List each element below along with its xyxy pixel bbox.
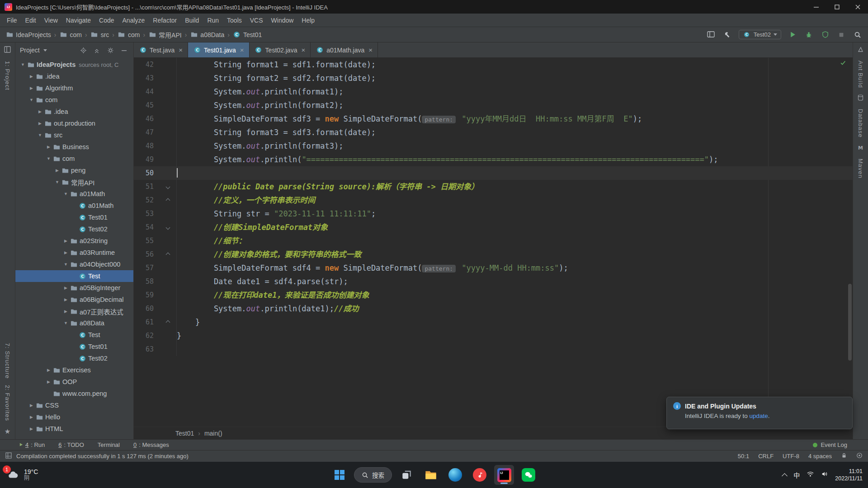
tree-collapsed-arrow[interactable]: ▶ bbox=[28, 427, 35, 431]
taskbar-clock[interactable]: 11:01 2022/11/11 bbox=[835, 468, 863, 483]
tab-close-icon[interactable]: × bbox=[368, 46, 373, 54]
menu-item-window[interactable]: Window bbox=[267, 14, 298, 27]
readonly-lock-icon[interactable] bbox=[841, 452, 847, 460]
tree-expanded-arrow[interactable]: ▼ bbox=[62, 192, 70, 196]
tray-chevron-icon[interactable] bbox=[782, 473, 788, 479]
tree-item-CSS[interactable]: ▶CSS bbox=[15, 399, 133, 411]
taskbar-app-task-view[interactable] bbox=[396, 465, 416, 485]
tree-item-a02String[interactable]: ▶a02String bbox=[15, 235, 133, 247]
favorites-star-icon[interactable]: ★ bbox=[5, 427, 10, 436]
tree-item-a03Runtime[interactable]: ▶a03Runtime bbox=[15, 247, 133, 258]
tree-collapsed-arrow[interactable]: ▶ bbox=[53, 168, 61, 173]
toolwindow-toggle-icon[interactable] bbox=[5, 452, 12, 460]
code-line-49[interactable]: 49 System.out.println("=================… bbox=[134, 153, 853, 166]
tree-item-Business[interactable]: ▶Business bbox=[15, 141, 133, 153]
tree-item-a01Math[interactable]: ▼a01Math bbox=[15, 188, 133, 200]
tree-collapsed-arrow[interactable]: ▶ bbox=[36, 121, 44, 126]
code-line-42[interactable]: 42 String format1 = sdf1.format(date); bbox=[134, 58, 853, 71]
menu-item-code[interactable]: Code bbox=[95, 14, 118, 27]
close-button[interactable] bbox=[847, 0, 868, 14]
tree-item-com[interactable]: ▼com bbox=[15, 94, 133, 106]
breadcrumb-item[interactable]: com bbox=[60, 31, 82, 38]
toolwindow-button-terminal[interactable]: Terminal bbox=[98, 441, 120, 448]
toolwindow-button-run[interactable]: 4: Run bbox=[19, 441, 45, 448]
tree-item-a06BigDecimal[interactable]: ▶a06BigDecimal bbox=[15, 294, 133, 305]
tree-item-Test01[interactable]: CTest01 bbox=[15, 341, 133, 352]
tree-expanded-arrow[interactable]: ▼ bbox=[62, 321, 70, 325]
taskbar-search-box[interactable]: 搜索 bbox=[354, 467, 392, 483]
breadcrumb-item[interactable]: 常用API bbox=[148, 30, 182, 39]
tree-collapsed-arrow[interactable]: ▶ bbox=[62, 309, 70, 314]
taskbar-app-intellij[interactable]: IJ bbox=[494, 465, 514, 485]
breadcrumb-class[interactable]: Test01 bbox=[175, 430, 194, 437]
code-line-43[interactable]: 43 String format2 = sdf2.format(date); bbox=[134, 71, 853, 85]
tree-item-Test[interactable]: CTest bbox=[15, 270, 133, 282]
menu-item-build[interactable]: Build bbox=[181, 14, 203, 27]
tree-item-out.production[interactable]: ▶out.production bbox=[15, 117, 133, 129]
tree-item-com[interactable]: ▼com bbox=[15, 153, 133, 164]
notification-popup[interactable]: i IDE and Plugin Updates IntelliJ IDEA i… bbox=[666, 397, 853, 429]
taskbar-app-edge[interactable] bbox=[445, 465, 465, 485]
search-everywhere-icon[interactable] bbox=[853, 30, 863, 40]
indent-setting[interactable]: 4 spaces bbox=[808, 453, 832, 460]
status-message[interactable]: Compilation completed successfully in 1 … bbox=[16, 453, 189, 460]
toolwindow-button-messages[interactable]: 0: Messages bbox=[133, 441, 169, 448]
breadcrumb-method[interactable]: main() bbox=[204, 430, 222, 437]
database-icon[interactable] bbox=[858, 94, 863, 103]
tree-item-OOP[interactable]: ▶OOP bbox=[15, 376, 133, 388]
tree-item-a04Object000[interactable]: ▼a04Object000 bbox=[15, 258, 133, 270]
ime-indicator[interactable]: 中 bbox=[793, 470, 800, 479]
coverage-button[interactable] bbox=[820, 30, 830, 40]
highlighting-level-icon[interactable] bbox=[856, 452, 863, 460]
code-line-46[interactable]: 46 SimpleDateFormat sdf3 = new SimpleDat… bbox=[134, 112, 853, 126]
tab-close-icon[interactable]: × bbox=[301, 46, 305, 54]
stripe-button-favorites[interactable]: 2: Favorites bbox=[4, 385, 11, 421]
tab-Test.java[interactable]: CTest.java× bbox=[134, 42, 188, 57]
line-ending[interactable]: CRLF bbox=[758, 453, 774, 460]
tree-collapsed-arrow[interactable]: ▶ bbox=[28, 74, 35, 79]
wifi-icon[interactable] bbox=[807, 471, 814, 479]
breadcrumb-item[interactable]: com bbox=[118, 31, 140, 38]
code-line-56[interactable]: 56 //创建对象的格式，要和字符串的格式一致 bbox=[134, 248, 853, 261]
tree-item-.idea[interactable]: ▶.idea bbox=[15, 70, 133, 82]
tree-expanded-arrow[interactable]: ▼ bbox=[19, 62, 27, 67]
code-line-59[interactable]: 59 //现在打印date1，来验证是否成功创建对象 bbox=[134, 288, 853, 302]
menu-item-tools[interactable]: Tools bbox=[223, 14, 246, 27]
taskbar-app-file-explorer[interactable] bbox=[421, 465, 441, 485]
collapse-all-icon[interactable] bbox=[92, 45, 102, 55]
tree-collapsed-arrow[interactable]: ▶ bbox=[28, 415, 35, 419]
code-line-53[interactable]: 53 String str = "2023-11-11 11:11:11"; bbox=[134, 207, 853, 221]
weather-widget[interactable]: 1 19°C 阴 bbox=[6, 468, 38, 482]
tree-item-Test01[interactable]: CTest01 bbox=[15, 211, 133, 223]
taskbar-app-chat-app[interactable] bbox=[519, 465, 538, 485]
toolwindow-button-todo[interactable]: 6: TODO bbox=[58, 441, 84, 448]
tree-collapsed-arrow[interactable]: ▶ bbox=[28, 403, 35, 408]
menu-item-edit[interactable]: Edit bbox=[21, 14, 40, 27]
breadcrumb-item[interactable]: CTest01 bbox=[233, 31, 262, 38]
tab-a01Math.java[interactable]: Ca01Math.java× bbox=[311, 42, 378, 57]
tab-close-icon[interactable]: × bbox=[179, 46, 183, 54]
project-toolwindow-icon[interactable] bbox=[4, 46, 11, 55]
layout-icon[interactable] bbox=[706, 30, 716, 40]
code-line-51[interactable]: 51 //public Date parse(String source):解析… bbox=[134, 180, 853, 193]
tab-Test01.java[interactable]: CTest01.java× bbox=[188, 42, 250, 57]
tree-item-常用API[interactable]: ▼常用API bbox=[15, 176, 133, 188]
tree-collapsed-arrow[interactable]: ▶ bbox=[45, 380, 52, 384]
tree-expanded-arrow[interactable]: ▼ bbox=[28, 98, 35, 102]
menu-item-navigate[interactable]: Navigate bbox=[62, 14, 95, 27]
menu-item-view[interactable]: View bbox=[40, 14, 62, 27]
taskbar-app-music-app[interactable] bbox=[470, 465, 490, 485]
fold-marker-icon[interactable] bbox=[154, 199, 176, 202]
tree-item-a07正则表达式[interactable]: ▶a07正则表达式 bbox=[15, 305, 133, 317]
tree-expanded-arrow[interactable]: ▼ bbox=[62, 262, 70, 267]
build-hammer-icon[interactable] bbox=[722, 30, 732, 40]
stripe-button-structure[interactable]: 7: Structure bbox=[4, 343, 11, 379]
code-line-50[interactable]: 50 bbox=[134, 166, 853, 180]
code-line-47[interactable]: 47 String format3 = sdf3.format(date); bbox=[134, 126, 853, 139]
file-encoding[interactable]: UTF-8 bbox=[783, 453, 799, 460]
tree-collapsed-arrow[interactable]: ▶ bbox=[45, 145, 52, 149]
tree-collapsed-arrow[interactable]: ▶ bbox=[62, 250, 70, 255]
menu-item-analyze[interactable]: Analyze bbox=[118, 14, 149, 27]
tree-item-src[interactable]: ▼src bbox=[15, 129, 133, 141]
tree-item-HTML[interactable]: ▶HTML bbox=[15, 423, 133, 435]
